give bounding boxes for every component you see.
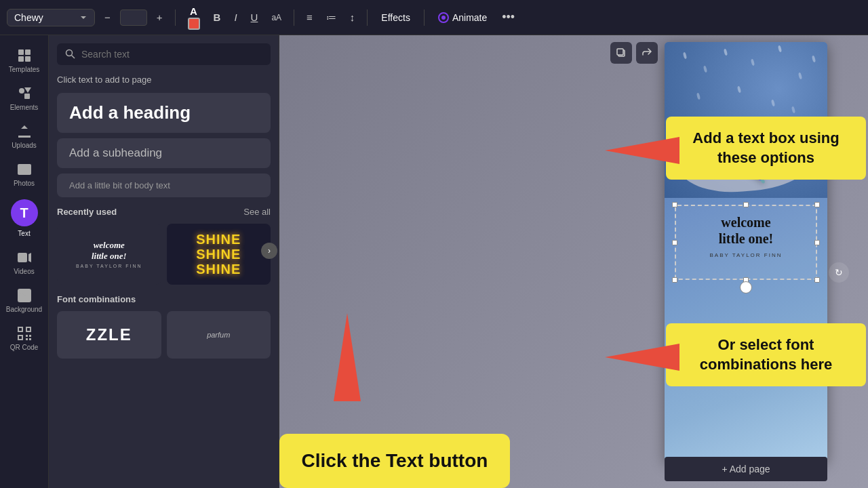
- bold-button[interactable]: B: [210, 9, 225, 26]
- share-icon: [642, 47, 652, 58]
- svg-rect-20: [26, 335, 28, 337]
- tooltip-bottom-text: Or select font combinations here: [700, 336, 833, 373]
- chevron-down-icon: [79, 14, 87, 22]
- recently-used-grid: welcomelittle one! BABY TAYLOR FINN SHIN…: [57, 224, 271, 285]
- svg-rect-22: [26, 338, 28, 340]
- svg-point-6: [19, 88, 24, 94]
- puzzle-text: ZZLE: [86, 325, 132, 344]
- text-icon: T: [20, 205, 28, 221]
- color-A-label: A: [190, 5, 197, 17]
- uploads-icon: [16, 123, 33, 140]
- card-text-box[interactable]: welcome little one! BABY TAYLOR FINN: [675, 205, 817, 280]
- separator: [175, 9, 176, 26]
- svg-line-25: [72, 56, 75, 59]
- svg-marker-41: [334, 313, 361, 401]
- more-options-button[interactable]: •••: [498, 7, 519, 27]
- tooltip-bottom: Or select font combinations here: [666, 323, 866, 386]
- animate-button[interactable]: Animate: [433, 9, 492, 26]
- separator: [424, 9, 425, 26]
- decrease-font-size-button[interactable]: −: [100, 9, 115, 26]
- spacing-button[interactable]: ↕: [346, 9, 359, 26]
- card-welcome-text: welcome little one!: [683, 214, 809, 247]
- background-label: Background: [6, 306, 42, 313]
- recent-card-shine[interactable]: SHINESHINESHINE: [167, 224, 271, 285]
- sidebar-item-elements[interactable]: Elements: [4, 80, 45, 115]
- videos-label: Videos: [14, 268, 34, 275]
- photos-label: Photos: [14, 180, 35, 187]
- color-indicator: [188, 18, 200, 30]
- effects-button[interactable]: Effects: [376, 9, 416, 26]
- add-page-button[interactable]: + Add page: [665, 457, 827, 481]
- search-bar: [57, 43, 271, 65]
- add-subheading-button[interactable]: Add a subheading: [57, 138, 271, 168]
- canvas-area: Add a text box using these options Or se…: [279, 35, 868, 488]
- svg-rect-23: [29, 338, 31, 340]
- templates-icon: [16, 47, 33, 64]
- font-combo-puzzle[interactable]: ZZLE: [57, 311, 161, 359]
- qrcode-label: QR Code: [10, 344, 39, 351]
- font-selector[interactable]: Chewy: [7, 9, 95, 26]
- sidebar-item-text[interactable]: T Text: [4, 194, 45, 241]
- increase-font-size-button[interactable]: +: [153, 9, 167, 26]
- recent-card-welcome[interactable]: welcomelittle one! BABY TAYLOR FINN: [57, 224, 161, 285]
- svg-point-1: [441, 16, 446, 20]
- search-input[interactable]: [81, 49, 262, 60]
- tooltip-top-text: Add a text box using these options: [692, 129, 839, 166]
- top-arrow-svg: [571, 123, 679, 178]
- left-up-arrow-svg: [320, 279, 374, 401]
- card-text-area: welcome little one! BABY TAYLOR FINN: [665, 198, 827, 287]
- uploads-label: Uploads: [12, 142, 37, 149]
- list-button[interactable]: ≔: [322, 9, 340, 26]
- card-right-rotate-button[interactable]: ↻: [829, 262, 849, 283]
- duplicate-button[interactable]: [610, 42, 632, 64]
- recently-used-title: Recently used: [57, 207, 117, 217]
- share-button[interactable]: [636, 42, 658, 64]
- svg-rect-2: [18, 49, 24, 55]
- sidebar-item-photos[interactable]: Photos: [4, 156, 45, 191]
- recently-used-container: welcomelittle one! BABY TAYLOR FINN SHIN…: [57, 224, 271, 285]
- design-card: 🌂 welcome little one! BABY TAYLOR FINN: [665, 42, 827, 462]
- svg-rect-3: [25, 49, 31, 55]
- see-all-link[interactable]: See all: [243, 207, 271, 217]
- bottom-arrow-svg: [571, 330, 679, 384]
- underline-button[interactable]: U: [247, 9, 262, 26]
- font-combo-parfum[interactable]: parfum: [167, 311, 271, 359]
- font-size-input[interactable]: 101: [120, 9, 147, 26]
- svg-rect-17: [27, 328, 30, 331]
- svg-marker-12: [28, 253, 31, 262]
- text-color-button[interactable]: A: [184, 3, 204, 33]
- svg-marker-8: [24, 87, 31, 93]
- sidebar-item-templates[interactable]: Templates: [4, 42, 45, 77]
- main-layout: Templates Elements Uploads Photos T Text…: [0, 35, 868, 488]
- left-panel: Click text to add to page Add a heading …: [49, 35, 279, 488]
- font-case-button[interactable]: aA: [267, 10, 285, 25]
- text-icon-circle: T: [11, 199, 38, 226]
- rotate-handle[interactable]: ↻: [740, 281, 752, 293]
- sidebar-item-videos[interactable]: Videos: [4, 244, 45, 279]
- svg-rect-5: [25, 56, 31, 62]
- separator: [367, 9, 368, 26]
- templates-label: Templates: [9, 66, 40, 73]
- sidebar-item-uploads[interactable]: Uploads: [4, 118, 45, 153]
- align-button[interactable]: ≡: [302, 9, 317, 26]
- add-heading-button[interactable]: Add a heading: [57, 93, 271, 133]
- italic-button[interactable]: I: [230, 9, 241, 26]
- videos-icon: [16, 249, 33, 266]
- sidebar-item-background[interactable]: Background: [4, 282, 45, 317]
- animate-icon: [438, 12, 449, 23]
- welcome-card-text: welcomelittle one!: [92, 240, 127, 261]
- add-body-button[interactable]: Add a little bit of body text: [57, 174, 271, 197]
- svg-rect-15: [19, 328, 22, 331]
- elements-icon: [16, 85, 33, 102]
- svg-rect-7: [24, 94, 30, 99]
- tooltip-top: Add a text box using these options: [666, 117, 866, 180]
- canvas-top-icons: [610, 42, 658, 64]
- shine-card-text: SHINESHINESHINE: [196, 232, 241, 277]
- svg-rect-11: [18, 253, 27, 262]
- toolbar: Chewy − 101 + A B I U aA ≡ ≔ ↕ Effects A…: [0, 0, 868, 35]
- next-arrow-button[interactable]: ›: [261, 243, 277, 259]
- svg-point-10: [20, 167, 23, 169]
- click-text-button-tooltip: Click the Text button: [279, 434, 510, 488]
- svg-rect-21: [29, 335, 31, 337]
- sidebar-item-qrcode[interactable]: QR Code: [4, 320, 45, 355]
